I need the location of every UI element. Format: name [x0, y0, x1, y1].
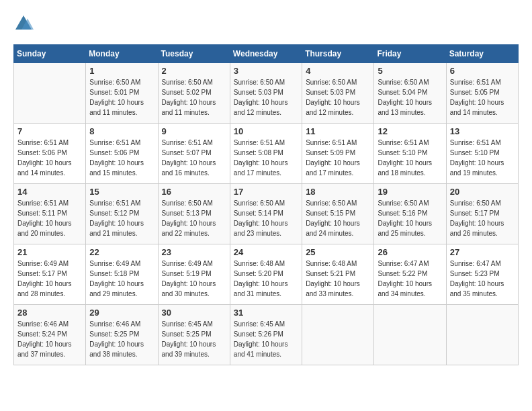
day-info: Sunrise: 6:47 AM Sunset: 5:23 PM Dayligh… — [450, 259, 515, 299]
week-row-1: 1 Sunrise: 6:50 AM Sunset: 5:01 PM Dayli… — [14, 63, 519, 124]
day-info: Sunrise: 6:51 AM Sunset: 5:09 PM Dayligh… — [306, 138, 370, 178]
calendar-cell: 14 Sunrise: 6:51 AM Sunset: 5:11 PM Dayl… — [14, 184, 86, 244]
calendar-cell: 13 Sunrise: 6:51 AM Sunset: 5:10 PM Dayl… — [446, 124, 518, 184]
day-number: 29 — [89, 308, 154, 318]
day-info: Sunrise: 6:50 AM Sunset: 5:02 PM Dayligh… — [162, 77, 226, 118]
calendar-cell: 16 Sunrise: 6:50 AM Sunset: 5:13 PM Dayl… — [158, 184, 230, 244]
day-number: 23 — [162, 247, 226, 257]
day-info: Sunrise: 6:49 AM Sunset: 5:18 PM Dayligh… — [89, 259, 154, 299]
day-info: Sunrise: 6:50 AM Sunset: 5:04 PM Dayligh… — [378, 77, 442, 118]
day-info: Sunrise: 6:47 AM Sunset: 5:22 PM Dayligh… — [378, 259, 442, 299]
day-info: Sunrise: 6:45 AM Sunset: 5:26 PM Dayligh… — [234, 319, 298, 359]
calendar-cell — [446, 305, 518, 365]
day-number: 10 — [234, 126, 298, 136]
calendar-cell: 6 Sunrise: 6:51 AM Sunset: 5:05 PM Dayli… — [446, 63, 518, 124]
calendar-cell — [14, 63, 86, 124]
calendar-cell: 5 Sunrise: 6:50 AM Sunset: 5:04 PM Dayli… — [374, 63, 446, 124]
day-number: 5 — [378, 66, 442, 76]
day-number: 27 — [450, 247, 515, 257]
day-info: Sunrise: 6:51 AM Sunset: 5:06 PM Dayligh… — [89, 138, 154, 178]
calendar-cell — [374, 305, 446, 365]
day-number: 12 — [378, 126, 442, 136]
day-info: Sunrise: 6:51 AM Sunset: 5:05 PM Dayligh… — [450, 77, 515, 118]
calendar-cell: 23 Sunrise: 6:49 AM Sunset: 5:19 PM Dayl… — [158, 244, 230, 305]
day-info: Sunrise: 6:50 AM Sunset: 5:03 PM Dayligh… — [234, 77, 298, 118]
header-row: SundayMondayTuesdayWednesdayThursdayFrid… — [14, 45, 519, 63]
day-info: Sunrise: 6:48 AM Sunset: 5:20 PM Dayligh… — [234, 259, 298, 299]
calendar-cell: 22 Sunrise: 6:49 AM Sunset: 5:18 PM Dayl… — [86, 244, 158, 305]
calendar-cell: 1 Sunrise: 6:50 AM Sunset: 5:01 PM Dayli… — [86, 63, 158, 124]
week-row-2: 7 Sunrise: 6:51 AM Sunset: 5:06 PM Dayli… — [14, 124, 519, 184]
day-number: 7 — [17, 126, 82, 136]
week-row-4: 21 Sunrise: 6:49 AM Sunset: 5:17 PM Dayl… — [14, 244, 519, 305]
day-info: Sunrise: 6:51 AM Sunset: 5:12 PM Dayligh… — [89, 198, 154, 238]
day-number: 31 — [234, 308, 298, 318]
calendar-cell: 4 Sunrise: 6:50 AM Sunset: 5:03 PM Dayli… — [302, 63, 374, 124]
day-info: Sunrise: 6:51 AM Sunset: 5:08 PM Dayligh… — [234, 138, 298, 178]
day-info: Sunrise: 6:51 AM Sunset: 5:10 PM Dayligh… — [378, 138, 442, 178]
calendar-cell — [302, 305, 374, 365]
day-info: Sunrise: 6:45 AM Sunset: 5:25 PM Dayligh… — [162, 319, 226, 359]
calendar-cell: 15 Sunrise: 6:51 AM Sunset: 5:12 PM Dayl… — [86, 184, 158, 244]
day-number: 28 — [17, 308, 82, 318]
day-number: 22 — [89, 247, 154, 257]
calendar-cell: 7 Sunrise: 6:51 AM Sunset: 5:06 PM Dayli… — [14, 124, 86, 184]
day-info: Sunrise: 6:51 AM Sunset: 5:10 PM Dayligh… — [450, 138, 515, 178]
day-number: 16 — [162, 187, 226, 197]
day-info: Sunrise: 6:49 AM Sunset: 5:17 PM Dayligh… — [17, 259, 82, 299]
day-info: Sunrise: 6:49 AM Sunset: 5:19 PM Dayligh… — [162, 259, 226, 299]
day-info: Sunrise: 6:50 AM Sunset: 5:01 PM Dayligh… — [89, 77, 154, 118]
day-number: 3 — [234, 66, 298, 76]
header-day-tuesday: Tuesday — [158, 45, 230, 63]
day-number: 6 — [450, 66, 515, 76]
header-day-saturday: Saturday — [446, 45, 518, 63]
header-day-monday: Monday — [86, 45, 158, 63]
header-day-sunday: Sunday — [14, 45, 86, 63]
day-info: Sunrise: 6:46 AM Sunset: 5:25 PM Dayligh… — [89, 319, 154, 359]
calendar-cell: 3 Sunrise: 6:50 AM Sunset: 5:03 PM Dayli… — [230, 63, 302, 124]
day-number: 9 — [162, 126, 226, 136]
calendar-cell: 19 Sunrise: 6:50 AM Sunset: 5:16 PM Dayl… — [374, 184, 446, 244]
page-header — [13, 13, 519, 34]
day-number: 25 — [306, 247, 370, 257]
logo-icon — [13, 13, 34, 34]
calendar-cell: 27 Sunrise: 6:47 AM Sunset: 5:23 PM Dayl… — [446, 244, 518, 305]
day-number: 18 — [306, 187, 370, 197]
day-number: 21 — [17, 247, 82, 257]
header-day-thursday: Thursday — [302, 45, 374, 63]
day-info: Sunrise: 6:50 AM Sunset: 5:17 PM Dayligh… — [450, 198, 515, 238]
calendar-cell: 2 Sunrise: 6:50 AM Sunset: 5:02 PM Dayli… — [158, 63, 230, 124]
day-info: Sunrise: 6:48 AM Sunset: 5:21 PM Dayligh… — [306, 259, 370, 299]
logo — [13, 13, 36, 34]
week-row-3: 14 Sunrise: 6:51 AM Sunset: 5:11 PM Dayl… — [14, 184, 519, 244]
calendar-cell: 28 Sunrise: 6:46 AM Sunset: 5:24 PM Dayl… — [14, 305, 86, 365]
day-number: 2 — [162, 66, 226, 76]
calendar-cell: 18 Sunrise: 6:50 AM Sunset: 5:15 PM Dayl… — [302, 184, 374, 244]
day-number: 15 — [89, 187, 154, 197]
day-info: Sunrise: 6:51 AM Sunset: 5:06 PM Dayligh… — [17, 138, 82, 178]
day-number: 17 — [234, 187, 298, 197]
calendar-header: SundayMondayTuesdayWednesdayThursdayFrid… — [14, 45, 519, 63]
day-number: 26 — [378, 247, 442, 257]
calendar-cell: 20 Sunrise: 6:50 AM Sunset: 5:17 PM Dayl… — [446, 184, 518, 244]
calendar-cell: 29 Sunrise: 6:46 AM Sunset: 5:25 PM Dayl… — [86, 305, 158, 365]
calendar-body: 1 Sunrise: 6:50 AM Sunset: 5:01 PM Dayli… — [14, 63, 519, 365]
calendar-cell: 30 Sunrise: 6:45 AM Sunset: 5:25 PM Dayl… — [158, 305, 230, 365]
day-info: Sunrise: 6:50 AM Sunset: 5:13 PM Dayligh… — [162, 198, 226, 238]
calendar-cell: 24 Sunrise: 6:48 AM Sunset: 5:20 PM Dayl… — [230, 244, 302, 305]
day-info: Sunrise: 6:51 AM Sunset: 5:07 PM Dayligh… — [162, 138, 226, 178]
header-day-friday: Friday — [374, 45, 446, 63]
day-number: 14 — [17, 187, 82, 197]
day-info: Sunrise: 6:50 AM Sunset: 5:03 PM Dayligh… — [306, 77, 370, 118]
day-number: 30 — [162, 308, 226, 318]
day-info: Sunrise: 6:50 AM Sunset: 5:14 PM Dayligh… — [234, 198, 298, 238]
header-day-wednesday: Wednesday — [230, 45, 302, 63]
calendar-cell: 8 Sunrise: 6:51 AM Sunset: 5:06 PM Dayli… — [86, 124, 158, 184]
day-number: 1 — [89, 66, 154, 76]
day-info: Sunrise: 6:51 AM Sunset: 5:11 PM Dayligh… — [17, 198, 82, 238]
day-number: 8 — [89, 126, 154, 136]
day-number: 11 — [306, 126, 370, 136]
calendar-cell: 25 Sunrise: 6:48 AM Sunset: 5:21 PM Dayl… — [302, 244, 374, 305]
day-number: 19 — [378, 187, 442, 197]
calendar-cell: 9 Sunrise: 6:51 AM Sunset: 5:07 PM Dayli… — [158, 124, 230, 184]
